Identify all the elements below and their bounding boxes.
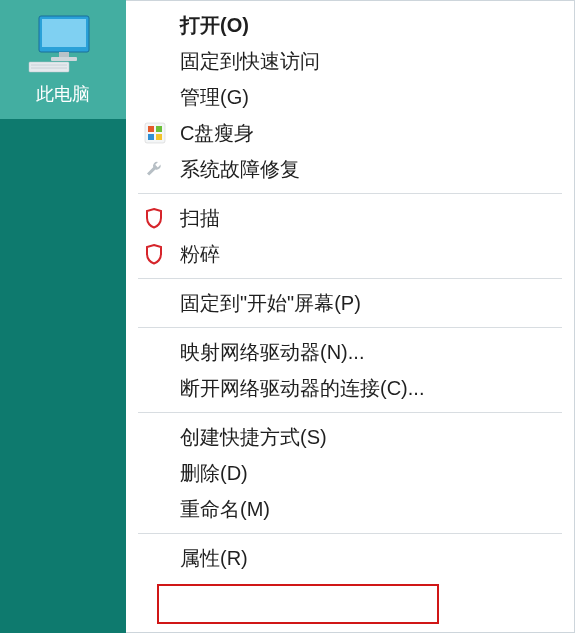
no-icon — [144, 83, 180, 111]
svg-rect-11 — [156, 134, 162, 140]
svg-rect-2 — [59, 52, 69, 57]
menu-item-label: 粉碎 — [180, 241, 220, 268]
no-icon — [144, 47, 180, 75]
svg-rect-3 — [51, 57, 77, 61]
menu-item-label: 固定到"开始"屏幕(P) — [180, 290, 361, 317]
menu-item-c-drive-slim[interactable]: C盘瘦身 — [126, 115, 574, 151]
svg-rect-8 — [148, 126, 154, 132]
shield-icon — [144, 204, 180, 232]
menu-separator — [138, 278, 562, 279]
menu-separator — [138, 412, 562, 413]
menu-item-create-shortcut[interactable]: 创建快捷方式(S) — [126, 419, 574, 455]
windows-flag-icon — [144, 119, 180, 147]
no-icon — [144, 423, 180, 451]
wrench-icon — [144, 155, 180, 183]
no-icon — [144, 459, 180, 487]
menu-item-manage[interactable]: 管理(G) — [126, 79, 574, 115]
menu-separator — [138, 193, 562, 194]
context-menu: 打开(O) 固定到快速访问 管理(G) C盘瘦身 — [126, 0, 575, 633]
svg-rect-9 — [156, 126, 162, 132]
menu-separator — [138, 533, 562, 534]
menu-item-rename[interactable]: 重命名(M) — [126, 491, 574, 527]
svg-rect-4 — [29, 62, 69, 72]
menu-item-label: 属性(R) — [180, 545, 248, 572]
menu-item-label: 映射网络驱动器(N)... — [180, 339, 364, 366]
menu-item-properties[interactable]: 属性(R) — [126, 540, 574, 576]
computer-icon — [27, 14, 99, 74]
shield-icon — [144, 240, 180, 268]
menu-item-label: 打开(O) — [180, 12, 249, 39]
menu-item-pin-start[interactable]: 固定到"开始"屏幕(P) — [126, 285, 574, 321]
menu-item-label: 创建快捷方式(S) — [180, 424, 327, 451]
menu-item-system-repair[interactable]: 系统故障修复 — [126, 151, 574, 187]
desktop-this-pc-label: 此电脑 — [36, 82, 90, 106]
menu-item-pin-quick-access[interactable]: 固定到快速访问 — [126, 43, 574, 79]
menu-item-scan[interactable]: 扫描 — [126, 200, 574, 236]
desktop-this-pc[interactable]: 此电脑 — [0, 0, 126, 119]
menu-item-delete[interactable]: 删除(D) — [126, 455, 574, 491]
menu-item-label: 系统故障修复 — [180, 156, 300, 183]
menu-item-label: 管理(G) — [180, 84, 249, 111]
menu-item-open[interactable]: 打开(O) — [126, 7, 574, 43]
no-icon — [144, 289, 180, 317]
menu-item-label: 重命名(M) — [180, 496, 270, 523]
menu-item-label: 删除(D) — [180, 460, 248, 487]
menu-item-label: 固定到快速访问 — [180, 48, 320, 75]
no-icon — [144, 374, 180, 402]
no-icon — [144, 495, 180, 523]
no-icon — [144, 338, 180, 366]
svg-rect-10 — [148, 134, 154, 140]
menu-item-label: 断开网络驱动器的连接(C)... — [180, 375, 424, 402]
no-icon — [144, 11, 180, 39]
menu-item-label: 扫描 — [180, 205, 220, 232]
menu-item-label: C盘瘦身 — [180, 120, 254, 147]
svg-rect-1 — [42, 19, 86, 47]
menu-item-disconnect-network-drive[interactable]: 断开网络驱动器的连接(C)... — [126, 370, 574, 406]
menu-item-map-network-drive[interactable]: 映射网络驱动器(N)... — [126, 334, 574, 370]
menu-separator — [138, 327, 562, 328]
no-icon — [144, 544, 180, 572]
menu-item-shred[interactable]: 粉碎 — [126, 236, 574, 272]
